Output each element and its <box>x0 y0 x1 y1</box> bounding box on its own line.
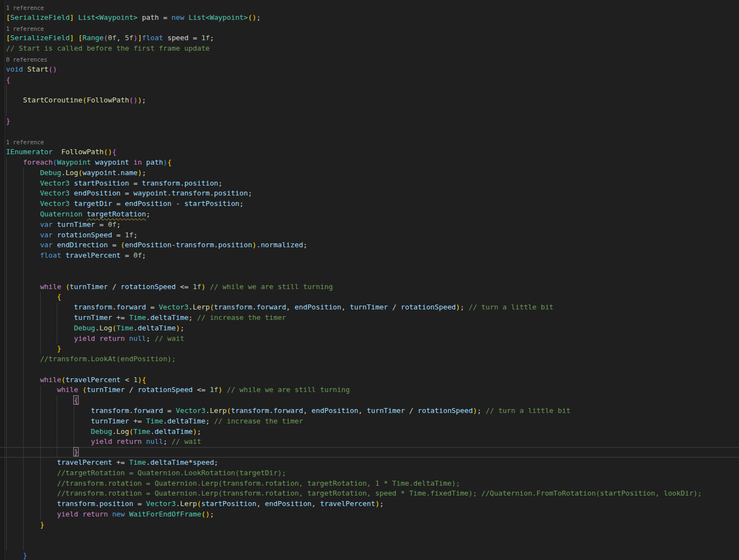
code-line[interactable]: Vector3 endPosition = waypoint.transform… <box>0 188 739 199</box>
code-line[interactable]: var rotationSpeed = 1f; <box>0 230 739 241</box>
code-line[interactable]: yield return new WaitForEndOfFrame(); <box>0 509 739 520</box>
code-line[interactable]: travelPercent += Time.deltaTime*speed; <box>0 458 739 468</box>
code-line[interactable]: //transform.rotation = Quaternion.Lerp(t… <box>0 479 739 489</box>
code-token: rotationSpeed <box>417 406 472 415</box>
code-line[interactable]: { <box>0 395 739 406</box>
code-token: ; <box>240 199 244 208</box>
code-line[interactable]: while (turnTimer / rotationSpeed <= 1f) … <box>0 385 739 395</box>
code-token: transform <box>214 303 252 311</box>
code-line[interactable]: IEnumerator FollowPath(){ <box>0 147 739 157</box>
code-token: deltaTime <box>167 417 205 425</box>
code-token: { <box>167 158 172 166</box>
code-token: Time <box>146 417 163 425</box>
code-token: while <box>57 385 78 394</box>
code-line[interactable]: //transform.LookAt(endPosition); <box>0 354 739 365</box>
code-line[interactable]: } <box>0 551 739 560</box>
code-line[interactable]: } <box>0 344 739 354</box>
code-line[interactable]: StartCoroutine(FollowPath()); <box>0 95 739 106</box>
current-code-line[interactable]: } <box>0 447 739 458</box>
code-line[interactable]: while(travelPercent < 1){ <box>0 375 739 385</box>
code-token: / <box>125 385 138 394</box>
code-line[interactable]: yield return null; // wait <box>0 437 739 447</box>
code-token: ; <box>197 427 202 436</box>
code-token: . <box>61 168 66 177</box>
codelens-reference-count[interactable]: 1 reference <box>0 137 739 147</box>
code-token: waypoint <box>95 158 129 166</box>
code-token: transform <box>172 189 210 197</box>
code-line[interactable]: Debug.Log(waypoint.name); <box>0 168 739 178</box>
code-token: } <box>40 520 45 529</box>
code-token: turnTimer <box>57 220 95 229</box>
code-token: . <box>146 313 150 322</box>
code-token: //targetRotation = Quaternion.LookRotati… <box>57 469 286 477</box>
code-token: Range <box>83 34 104 42</box>
code-line[interactable]: [SerializeField] List<Waypoint> path = n… <box>0 13 739 23</box>
code-line[interactable]: while (turnTimer / rotationSpeed <= 1f) … <box>0 282 739 292</box>
code-line[interactable]: float travelPercent = 0f; <box>0 251 739 261</box>
code-line[interactable]: yield return null; // wait <box>0 334 739 344</box>
code-token: Debug <box>91 427 112 436</box>
code-line[interactable]: } <box>0 116 739 127</box>
code-token: turnTimer <box>91 417 129 425</box>
code-token: , <box>257 499 265 508</box>
code-token: speed <box>193 458 214 466</box>
code-line[interactable]: } <box>0 520 739 530</box>
code-token: turnTimer <box>367 406 405 415</box>
code-token: ; <box>146 210 150 218</box>
code-token: rotationSpeed <box>121 282 176 291</box>
codelens-reference-count[interactable]: 1 reference <box>0 2 739 13</box>
code-line[interactable]: [SerializeField] [Range(0f, 5f)]float sp… <box>0 33 739 44</box>
code-token: , <box>286 303 295 311</box>
code-token: ; <box>477 406 485 415</box>
code-token: travelPercent <box>66 376 121 384</box>
code-token: path <box>146 158 163 166</box>
code-line[interactable]: void Start() <box>0 64 739 75</box>
code-token: ; <box>460 303 469 311</box>
code-token: position <box>100 499 134 508</box>
code-token: = <box>129 179 142 187</box>
code-line[interactable]: turnTimer += Time.deltaTime; // increase… <box>0 416 739 427</box>
code-token: Lerp <box>180 499 197 508</box>
code-token: . <box>116 168 121 177</box>
code-token: path <box>142 13 159 21</box>
code-line[interactable]: Quaternion targetRotation; <box>0 209 739 220</box>
codelens-reference-count[interactable]: 1 reference <box>0 23 739 34</box>
code-line[interactable]: transform.position = Vector3.Lerp(startP… <box>0 499 739 509</box>
code-line[interactable]: // Start is called before the first fram… <box>0 44 739 54</box>
code-line[interactable]: transform.forward = Vector3.Lerp(transfo… <box>0 406 739 416</box>
code-token: while <box>40 282 62 291</box>
code-line[interactable]: { <box>0 75 739 85</box>
codelens-reference-count[interactable]: 0 references <box>0 54 739 64</box>
code-token: } <box>6 117 10 125</box>
code-line[interactable]: { <box>0 292 739 302</box>
code-line[interactable]: Debug.Log(Time.deltaTime); <box>0 427 739 437</box>
code-token: var <box>40 231 53 239</box>
code-line[interactable]: var endDirection = (endPosition-transfor… <box>0 240 739 251</box>
code-token: { <box>6 75 10 84</box>
code-line[interactable]: Debug.Log(Time.deltaTime); <box>0 323 739 334</box>
code-token: / <box>405 406 417 415</box>
code-token: () <box>48 65 57 73</box>
code-line[interactable]: //targetRotation = Quaternion.LookRotati… <box>0 468 739 479</box>
code-line[interactable]: var turnTimer = 0f; <box>0 220 739 230</box>
code-token <box>222 385 227 394</box>
code-token: Vector3 <box>159 303 188 311</box>
code-token <box>95 334 100 342</box>
code-line[interactable]: Vector3 startPosition = transform.positi… <box>0 178 739 189</box>
code-token: 1f <box>210 385 218 394</box>
code-editor[interactable]: 1 reference[SerializeField] List<Waypoin… <box>0 0 739 560</box>
indent-whitespace <box>6 292 57 301</box>
code-token: List<Waypoint> <box>78 13 138 21</box>
blank-line <box>0 365 739 375</box>
code-line[interactable]: transform.forward = Vector3.Lerp(transfo… <box>0 302 739 313</box>
code-token: 1f <box>202 34 210 42</box>
code-line[interactable]: turnTimer += Time.deltaTime; // increase… <box>0 313 739 323</box>
code-line[interactable]: //transform.rotation = Quaternion.Lerp(t… <box>0 488 739 499</box>
code-token: // turn a little bit <box>486 406 570 415</box>
code-token: float <box>40 251 62 259</box>
code-token: ; <box>188 313 197 322</box>
code-line[interactable]: Vector3 targetDir = endPosition - startP… <box>0 199 739 209</box>
code-token: Time <box>129 458 146 466</box>
code-token: var <box>40 241 53 249</box>
code-line[interactable]: foreach(Waypoint waypoint in path){ <box>0 157 739 168</box>
